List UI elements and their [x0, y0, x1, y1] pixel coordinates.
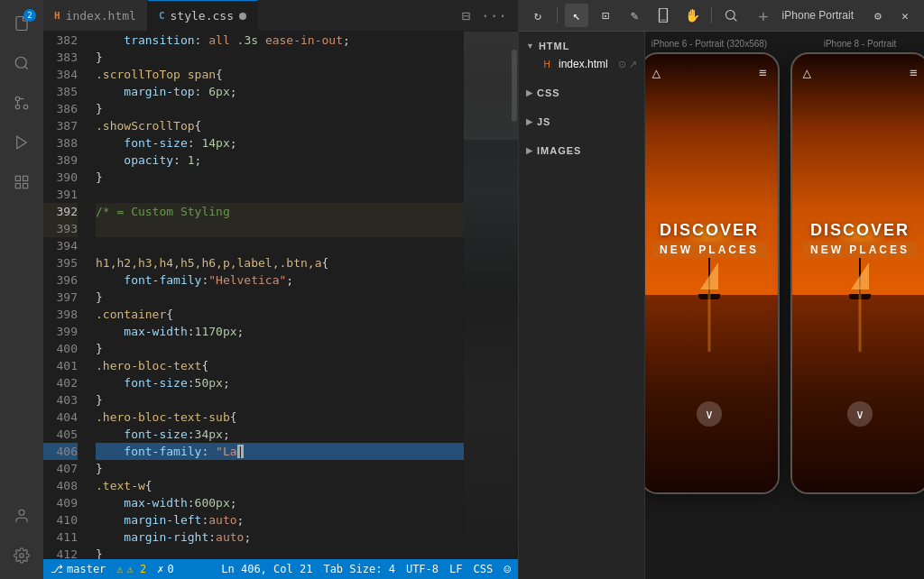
- search-icon[interactable]: [5, 47, 38, 79]
- cursor-tool-button[interactable]: ↖: [565, 4, 588, 27]
- preview-main: ▼ HTML H index.html ⊙ ↗ ▶ CSS ▶ JS: [519, 32, 924, 579]
- css-file-icon: C: [159, 10, 165, 22]
- code-line: font-size:50px;: [96, 374, 464, 391]
- code-line: transition: all .3s ease-in-out;: [96, 32, 464, 49]
- status-feedback[interactable]: ☺: [504, 563, 511, 576]
- code-line: }: [96, 49, 464, 66]
- live-reload-button[interactable]: ↻: [526, 4, 550, 27]
- account-icon[interactable]: [5, 500, 38, 532]
- code-line: }: [96, 169, 464, 186]
- modified-indicator: [239, 13, 246, 20]
- code-content[interactable]: transition: all .3s ease-in-out; } .scro…: [88, 32, 464, 559]
- preview-settings-button[interactable]: ⚙: [866, 4, 890, 27]
- svg-point-2: [23, 105, 28, 109]
- code-line: font-size: 14px;: [96, 134, 464, 152]
- nav-hamburger-icon-2: ≡: [910, 66, 917, 78]
- code-line: margin-top: 6px;: [96, 83, 464, 100]
- add-preview-button[interactable]: +: [752, 4, 775, 27]
- code-line: .hero-bloc-text{: [96, 357, 464, 374]
- code-line: }: [96, 460, 464, 477]
- status-git[interactable]: ⎇ master: [51, 563, 106, 575]
- status-line-ending[interactable]: LF: [449, 563, 462, 575]
- preview-device-label: iPhone Portrait: [782, 9, 854, 22]
- status-position[interactable]: Ln 406, Col 21: [221, 563, 312, 575]
- code-line: margin-left:auto;: [96, 511, 464, 528]
- preview-close-button[interactable]: ✕: [893, 4, 917, 27]
- status-warnings[interactable]: ⚠ ⚠ 2: [116, 563, 146, 575]
- tab-label-style-css: style.css: [171, 9, 234, 23]
- files-icon[interactable]: [5, 7, 38, 40]
- debug-icon[interactable]: [5, 126, 38, 159]
- discover-text-2: DISCOVER: [792, 221, 925, 240]
- tab-index-html[interactable]: H index.html: [43, 0, 148, 31]
- hand-tool-button[interactable]: ✋: [680, 4, 704, 27]
- scroll-down-button-1[interactable]: ∨: [697, 401, 722, 427]
- settings-icon[interactable]: [5, 539, 38, 572]
- preview-open-button[interactable]: ⊙ ↗: [618, 59, 637, 70]
- tab-style-css[interactable]: C style.css: [148, 0, 258, 31]
- svg-point-16: [725, 10, 735, 19]
- preview-content: iPhone 6 - Portrait (320x568): [645, 32, 924, 579]
- code-line: [96, 186, 464, 203]
- chevron-right-icon-js: ▶: [526, 117, 533, 126]
- preview-sidebar-html-header[interactable]: ▼ HTML: [526, 37, 637, 55]
- warning-count: ⚠ 2: [127, 563, 147, 575]
- nav-triangle-icon-2: △: [803, 64, 812, 81]
- svg-rect-11: [23, 184, 28, 188]
- code-editor[interactable]: 382383384385386 387388389390391 392 393 …: [43, 32, 518, 559]
- chevron-down-icon: ▼: [526, 41, 535, 51]
- phone-navbar-2: △ ≡: [792, 54, 925, 90]
- phone-hero-text-2: DISCOVER NEW PLACES: [792, 221, 925, 258]
- status-errors[interactable]: ✗ 0: [157, 563, 173, 575]
- activity-bar: [0, 0, 43, 579]
- phone-frame-2: iPhone 8 - Portrait △: [790, 39, 925, 494]
- extensions-icon[interactable]: [5, 166, 38, 198]
- preview-index-html-label: index.html: [559, 58, 608, 70]
- svg-point-3: [15, 96, 20, 101]
- chevron-right-icon: ▶: [526, 88, 533, 97]
- edit-tool-button[interactable]: ✎: [623, 4, 646, 27]
- svg-line-1: [24, 66, 27, 69]
- preview-sidebar-css-header[interactable]: ▶ CSS: [526, 84, 637, 102]
- code-line: max-width:600px;: [96, 494, 464, 511]
- code-line: font-size:34px;: [96, 426, 464, 443]
- zoom-tool-button[interactable]: [719, 4, 743, 27]
- phone-screen-1[interactable]: △ ≡ DISCOVER NEW PLACES ∨: [645, 52, 780, 494]
- phone-tool-button[interactable]: [651, 4, 675, 27]
- scrollbar-track[interactable]: [511, 32, 518, 559]
- tab-label-index-html: index.html: [66, 9, 136, 23]
- phone-screen-inner-2: △ ≡ DISCOVER NEW PLACES ∨: [792, 54, 925, 492]
- source-control-icon[interactable]: [5, 87, 38, 119]
- code-line: */: [96, 220, 464, 237]
- more-actions-button[interactable]: ···: [477, 5, 511, 26]
- preview-sidebar-css-label: CSS: [537, 87, 560, 98]
- svg-line-17: [734, 18, 737, 22]
- preview-sidebar-images: ▶ Images: [519, 136, 644, 165]
- status-language[interactable]: CSS: [473, 563, 493, 575]
- preview-sidebar-js-header[interactable]: ▶ JS: [526, 113, 637, 131]
- split-editor-button[interactable]: ⊟: [457, 5, 474, 26]
- code-line: .scrollToTop span{: [96, 66, 464, 83]
- svg-rect-9: [23, 176, 28, 180]
- status-tab-size[interactable]: Tab Size: 4: [323, 563, 394, 575]
- status-encoding[interactable]: UTF-8: [406, 563, 439, 575]
- crop-tool-button[interactable]: ⊡: [594, 4, 617, 27]
- svg-point-13: [20, 554, 24, 558]
- error-icon: ✗: [157, 563, 163, 575]
- svg-point-12: [19, 510, 24, 515]
- editor-area: H index.html C style.css ⊟ ··· 382383384…: [43, 0, 518, 579]
- minimap: [464, 32, 518, 559]
- preview-sidebar: ▼ HTML H index.html ⊙ ↗ ▶ CSS ▶ JS: [519, 32, 645, 579]
- line-numbers: 382383384385386 387388389390391 392 393 …: [43, 32, 88, 559]
- nav-triangle-icon-1: △: [652, 64, 661, 81]
- preview-panel: ↻ ↖ ⊡ ✎ ✋ + iPhone Portrait ⚙ ✕: [518, 0, 924, 579]
- svg-point-4: [15, 105, 20, 109]
- preview-sidebar-index-html[interactable]: H index.html ⊙ ↗: [526, 55, 637, 73]
- code-line: .showScrollTop{: [96, 117, 464, 134]
- preview-sidebar-images-header[interactable]: ▶ Images: [526, 142, 637, 160]
- git-branch-icon: ⎇: [51, 563, 63, 575]
- reflection-1: [708, 287, 711, 353]
- scroll-down-button-2[interactable]: ∨: [847, 401, 873, 427]
- phone-screen-2[interactable]: △ ≡ DISCOVER NEW PLACES ∨: [790, 52, 925, 494]
- scrollbar-thumb[interactable]: [512, 50, 517, 122]
